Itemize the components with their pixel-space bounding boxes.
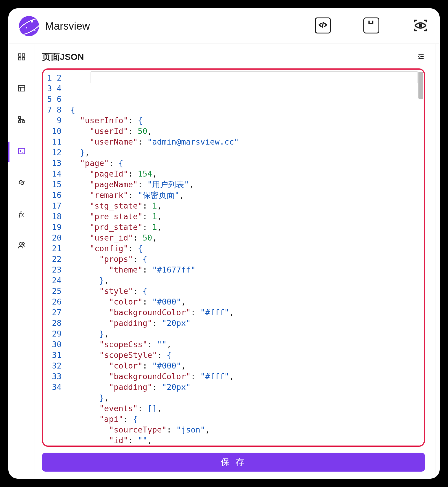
- app-logo-icon: [19, 16, 39, 36]
- svg-rect-8: [22, 121, 25, 123]
- svg-rect-6: [18, 86, 25, 91]
- scrollbar-thumb[interactable]: [418, 72, 423, 99]
- json-editor[interactable]: 1 2 3 4 5 6 7 8 9 10 11 12 13 14 15 16 1…: [42, 68, 425, 447]
- save-icon: [366, 19, 377, 32]
- line-gutter: 1 2 3 4 5 6 7 8 9 10 11 12 13 14 15 16 1…: [43, 70, 67, 446]
- svg-rect-7: [18, 117, 20, 119]
- sidebar-item-api[interactable]: [17, 178, 26, 188]
- sidebar-item-json[interactable]: [17, 147, 26, 156]
- sidebar-item-components[interactable]: [17, 53, 26, 62]
- fx-icon: fx: [19, 210, 24, 219]
- svg-point-1: [420, 24, 422, 26]
- svg-point-13: [19, 243, 22, 245]
- sidebar: fx: [8, 44, 35, 479]
- svg-rect-5: [22, 57, 25, 60]
- header-actions: [315, 17, 429, 35]
- terminal-icon: [17, 147, 26, 156]
- body: fx 页面JSON 1 2 3 4 5 6 7 8 9 10 11 12 13 …: [8, 44, 440, 479]
- svg-rect-3: [22, 54, 25, 56]
- save-file-button[interactable]: [363, 17, 379, 33]
- svg-point-14: [22, 243, 24, 245]
- sidebar-item-fx[interactable]: fx: [17, 210, 26, 219]
- right-panel-edge[interactable]: [436, 44, 440, 479]
- collapse-button[interactable]: [417, 53, 425, 62]
- svg-rect-10: [18, 148, 25, 154]
- users-icon: [17, 241, 26, 251]
- svg-rect-9: [18, 121, 20, 123]
- grid-icon: [17, 53, 26, 62]
- svg-rect-0: [367, 20, 376, 29]
- outdent-icon: [417, 56, 425, 61]
- sidebar-item-layout[interactable]: [17, 84, 26, 94]
- svg-rect-2: [18, 54, 21, 56]
- tree-icon: [17, 116, 26, 125]
- sidebar-item-outline[interactable]: [17, 116, 26, 125]
- layout-icon: [17, 84, 26, 94]
- sidebar-item-members[interactable]: [17, 241, 26, 251]
- code-area[interactable]: { "userInfo": { "userId": 50, "userName"…: [67, 70, 424, 446]
- logo-wrap: Marsview: [19, 16, 90, 36]
- code-icon: [317, 19, 328, 32]
- header: Marsview: [8, 8, 440, 44]
- preview-button[interactable]: [412, 17, 429, 35]
- current-line-highlight: [91, 71, 418, 83]
- app-title: Marsview: [45, 20, 90, 32]
- code-button[interactable]: [315, 17, 331, 33]
- save-button[interactable]: 保 存: [42, 453, 425, 472]
- page-header: 页面JSON: [42, 51, 425, 63]
- svg-rect-4: [18, 57, 21, 60]
- eye-scan-icon: [413, 18, 428, 34]
- plug-icon: [17, 178, 26, 188]
- app-window: Marsview: [8, 8, 440, 479]
- page-title: 页面JSON: [42, 51, 84, 63]
- save-bar: 保 存: [42, 453, 425, 472]
- main: 页面JSON 1 2 3 4 5 6 7 8 9 10 11 12 13 14 …: [35, 44, 436, 479]
